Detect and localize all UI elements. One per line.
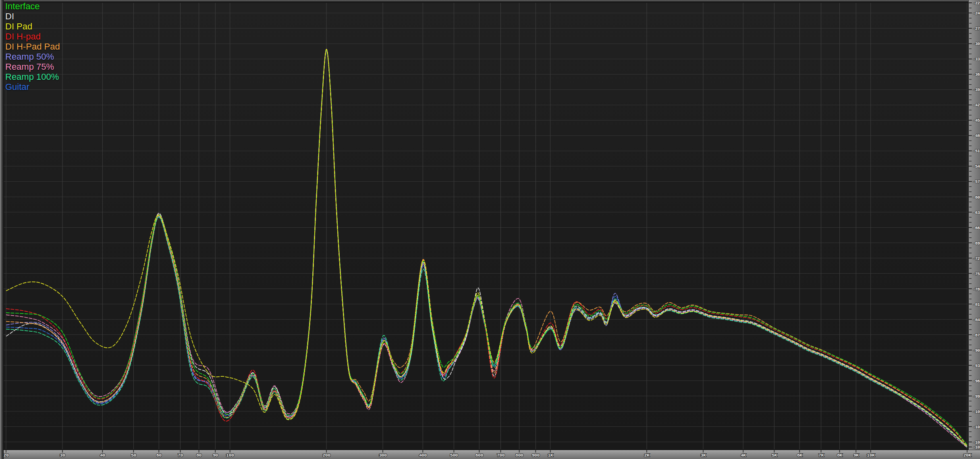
db-tick-label: -96 (973, 379, 980, 384)
db-tick-label: -30 (973, 42, 980, 46)
db-tick-label: -102 (973, 409, 980, 414)
db-tick-label: -66 (973, 226, 980, 231)
db-tick-label: -72 (973, 256, 980, 261)
x-tick-label: 70 (178, 453, 183, 458)
db-tick-label: -109 (973, 445, 980, 450)
db-tick-label: -42 (973, 103, 980, 108)
x-tick-label: 2K (644, 453, 650, 458)
legend-item-di-pad[interactable]: DI Pad (5, 21, 60, 31)
x-tick-label: 400 (419, 453, 427, 458)
top-bevel (4, 0, 968, 3)
db-tick-label: -60 (973, 195, 980, 200)
x-tick-label: 10K (867, 453, 875, 458)
legend-item-reamp-100[interactable]: Reamp 100% (5, 72, 60, 82)
x-tick-label: 500 (450, 453, 458, 458)
x-tick-label: 30 (60, 453, 65, 458)
db-tick-label: -99 (973, 394, 980, 399)
legend-item-reamp-50[interactable]: Reamp 50% (5, 52, 60, 62)
x-tick-label: 1K (548, 453, 553, 458)
plot-area (4, 3, 968, 450)
db-tick-label: -27 (973, 26, 980, 31)
legend-item-di-h-pad-pad[interactable]: DI H-Pad Pad (5, 42, 60, 52)
db-tick-label: -63 (973, 210, 980, 215)
legend: InterfaceDIDI PadDI H-padDI H-Pad PadRea… (5, 1, 60, 92)
db-tick-label: -51 (973, 149, 980, 154)
db-tick-label: -87 (973, 333, 980, 338)
x-tick-label: 700 (497, 453, 505, 458)
db-tick-label: -22 (973, 1, 980, 6)
db-tick-label: -69 (973, 241, 980, 246)
left-bevel (0, 0, 4, 459)
db-tick-label: -105 (973, 425, 980, 430)
x-tick-label: 7K (818, 453, 824, 458)
db-tick-label: -78 (973, 287, 980, 292)
db-tick-label: -57 (973, 179, 980, 184)
x-tick-label: 5K (772, 453, 777, 458)
x-tick-label: 9K (853, 453, 859, 458)
x-tick-label: 100 (226, 453, 234, 458)
legend-item-guitar[interactable]: Guitar (5, 82, 60, 92)
db-tick-label: -81 (973, 302, 980, 307)
db-tick-label: -93 (973, 363, 980, 368)
x-tick-label: 800 (515, 453, 523, 458)
db-tick-label: -90 (973, 348, 980, 353)
legend-item-interface[interactable]: Interface (5, 1, 60, 11)
db-tick-label: -24 (973, 11, 980, 16)
spectrum-plot: 2030405060708090100200300400500600700800… (0, 0, 980, 459)
legend-item-reamp-75[interactable]: Reamp 75% (5, 62, 60, 72)
x-tick-label: 20K (963, 453, 971, 458)
db-tick-label: -75 (973, 272, 980, 276)
db-tick-label: -45 (973, 118, 980, 123)
db-tick-label: -36 (973, 72, 980, 77)
x-tick-label: 50 (131, 453, 136, 458)
db-tick-label: -39 (973, 87, 980, 92)
x-tick-label: 200 (322, 453, 330, 458)
legend-item-di-h-pad[interactable]: DI H-pad (5, 31, 60, 42)
db-tick-label: -54 (973, 164, 980, 169)
x-tick-label: 6K (797, 453, 802, 458)
x-tick-label: 90 (213, 453, 218, 458)
db-tick-label: -48 (973, 133, 980, 138)
x-tick-label: 40 (100, 453, 105, 458)
x-tick-label: 8K (837, 453, 842, 458)
x-tick-label: 300 (379, 453, 387, 458)
db-tick-label: -108 (973, 440, 980, 445)
legend-item-di[interactable]: DI (5, 11, 60, 21)
x-tick-label: 60 (156, 453, 162, 458)
db-tick-label: -84 (973, 318, 980, 322)
x-tick-label: 20 (4, 453, 9, 458)
db-tick-label: -33 (973, 57, 980, 62)
analyzer-window: 2030405060708090100200300400500600700800… (0, 0, 980, 459)
x-tick-label: 4K (741, 453, 746, 458)
frequency-axis-bar (0, 450, 980, 459)
x-tick-label: 80 (196, 453, 201, 458)
x-tick-label: 600 (475, 453, 484, 458)
x-tick-label: 3K (701, 453, 706, 458)
x-tick-label: 900 (532, 453, 540, 458)
